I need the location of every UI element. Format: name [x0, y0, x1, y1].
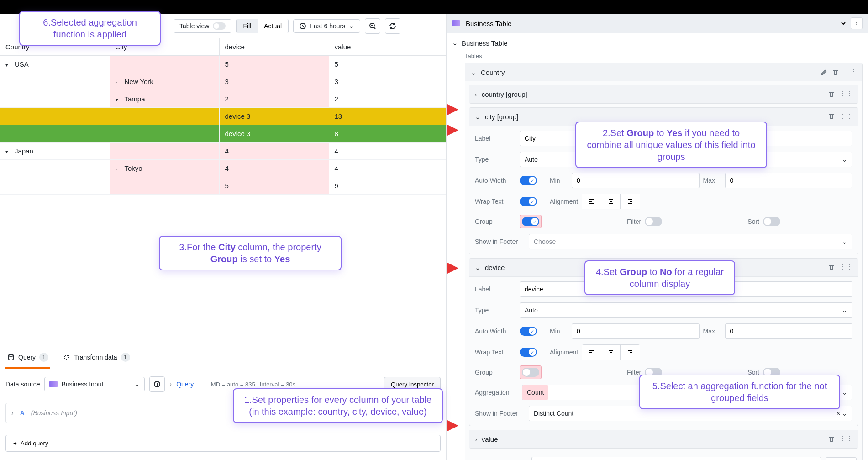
tab-query[interactable]: Query 1 — [5, 347, 50, 369]
query-id[interactable]: A — [20, 409, 25, 417]
align-right-button[interactable] — [621, 194, 640, 209]
arrow-icon — [447, 125, 458, 136]
dev-max-input[interactable] — [725, 323, 853, 339]
refresh-icon — [389, 22, 396, 30]
panel-type-select[interactable]: Business Table — [464, 19, 847, 28]
chevron-icon[interactable]: ▾ — [116, 97, 122, 103]
col-value[interactable]: value — [329, 38, 446, 56]
city-sort-switch[interactable] — [763, 217, 780, 226]
refresh-button[interactable] — [385, 18, 400, 34]
align-left-button[interactable] — [582, 345, 601, 360]
table-row[interactable]: ▾Tampa22 — [0, 90, 446, 108]
annotation-2: 2.Set Group to Yes if you need to combin… — [575, 122, 767, 168]
chevron-right-icon[interactable]: › — [169, 381, 172, 388]
datasource-value: Business Input — [61, 381, 103, 388]
trash-icon[interactable] — [828, 112, 835, 121]
city-group-switch[interactable] — [522, 217, 539, 226]
city-max-input[interactable] — [725, 173, 853, 188]
nav-prev-button[interactable]: › — [851, 17, 863, 29]
city-footer-select[interactable]: Choose⌄ — [529, 234, 852, 249]
drag-icon[interactable]: ⋮⋮ — [840, 90, 852, 99]
drag-icon[interactable]: ⋮⋮ — [844, 68, 857, 77]
time-range-picker[interactable]: Last 6 hours ⌄ — [293, 19, 360, 33]
section-header[interactable]: ⌄ Business Table — [452, 35, 863, 51]
chevron-icon[interactable]: ▾ — [5, 62, 12, 68]
dev-wrap-switch[interactable] — [520, 348, 537, 357]
table-row[interactable]: device 313 — [0, 108, 446, 125]
field-value-header[interactable]: › value ⋮⋮ — [469, 430, 858, 448]
add-query-button[interactable]: + Add query — [5, 435, 441, 452]
align-center-button[interactable] — [601, 345, 621, 360]
tab-transform-label: Transform data — [74, 354, 117, 361]
trash-icon[interactable] — [832, 68, 839, 77]
info-icon — [153, 381, 161, 388]
city-align-group — [582, 194, 640, 209]
table-view-toggle[interactable]: Table view — [174, 19, 231, 33]
chevron-icon[interactable]: › — [116, 166, 122, 172]
table-row[interactable]: device 38 — [0, 125, 446, 143]
chevron-right-icon: › — [475, 91, 477, 98]
drag-icon[interactable]: ⋮⋮ — [840, 263, 852, 272]
table-row[interactable]: ▾USA55 — [0, 56, 446, 73]
dev-group-switch[interactable] — [522, 368, 539, 377]
new-column-select[interactable]: Choose⌄ — [531, 457, 821, 460]
chevron-icon[interactable]: ▾ — [5, 149, 12, 155]
align-center-button[interactable] — [601, 194, 621, 209]
col-device[interactable]: device — [219, 38, 329, 56]
datasource-settings-button[interactable] — [149, 376, 165, 392]
chevron-icon[interactable]: › — [116, 79, 122, 85]
table-view-switch[interactable] — [213, 22, 226, 30]
datasource-select[interactable]: Business Input ⌄ — [44, 377, 145, 391]
table-cell: 5 — [219, 177, 329, 195]
annotation-3: 3.For the City column, the property Grou… — [159, 236, 342, 270]
time-range-label: Last 6 hours — [310, 22, 345, 30]
city-label-key: Label — [475, 135, 516, 142]
city-min-input[interactable] — [572, 173, 700, 188]
dev-type-key: Type — [475, 307, 516, 314]
annotation-5: 5.Select an aggregation function for the… — [639, 375, 840, 409]
chevron-down-icon: ⌄ — [452, 39, 458, 47]
dev-type-select[interactable]: Auto⌄ — [520, 302, 852, 318]
field-country-title: country [group] — [482, 90, 823, 98]
drag-icon[interactable]: ⋮⋮ — [840, 435, 852, 444]
dev-autowidth-switch[interactable] — [520, 327, 537, 336]
annotation-4: 4.Set Group to No for a regular column d… — [584, 260, 735, 295]
data-table: Country City device value ▾USA55›New Yor… — [0, 38, 446, 347]
drag-icon[interactable]: ⋮⋮ — [840, 112, 852, 121]
add-column-button[interactable]: +Add — [826, 457, 857, 460]
dev-min-key: Min — [550, 328, 568, 335]
table-cell: 5 — [329, 56, 446, 73]
city-autowidth-switch[interactable] — [520, 176, 537, 185]
table-row[interactable]: ›New York33 — [0, 73, 446, 90]
chevron-down-icon: ⌄ — [134, 381, 140, 388]
trash-icon[interactable] — [828, 263, 835, 272]
align-right-button[interactable] — [621, 345, 640, 360]
table-row[interactable]: ›Tokyo44 — [0, 160, 446, 177]
table-cell — [110, 125, 219, 143]
actual-button[interactable]: Actual — [258, 19, 288, 33]
query-options-link[interactable]: Query ... — [176, 381, 201, 388]
align-left-button[interactable] — [582, 194, 601, 209]
expand-icon[interactable]: › — [11, 409, 14, 417]
table-cell: 13 — [329, 108, 446, 125]
table-cell: device 3 — [219, 125, 329, 143]
datasource-label: Data source — [5, 381, 40, 388]
table-cell: ›New York — [110, 73, 219, 90]
group-country-header[interactable]: ⌄ Country ⋮⋮ — [465, 63, 862, 81]
city-filter-switch[interactable] — [645, 217, 662, 226]
svg-point-2 — [9, 354, 13, 356]
trash-icon[interactable] — [828, 435, 835, 444]
table-row[interactable]: 59 — [0, 177, 446, 195]
fill-button[interactable]: Fill — [237, 19, 258, 33]
dev-min-input[interactable] — [572, 323, 700, 339]
zoom-out-button[interactable] — [365, 18, 380, 34]
table-cell — [0, 160, 110, 177]
table-row[interactable]: ▾Japan44 — [0, 143, 446, 160]
field-country-header[interactable]: › country [group] ⋮⋮ — [469, 85, 858, 103]
table-cell — [110, 56, 219, 73]
trash-icon[interactable] — [828, 90, 835, 99]
city-wrap-switch[interactable] — [520, 197, 537, 206]
table-view-label: Table view — [179, 22, 209, 30]
tab-transform[interactable]: Transform data 1 — [61, 347, 132, 369]
edit-icon[interactable] — [820, 68, 827, 77]
